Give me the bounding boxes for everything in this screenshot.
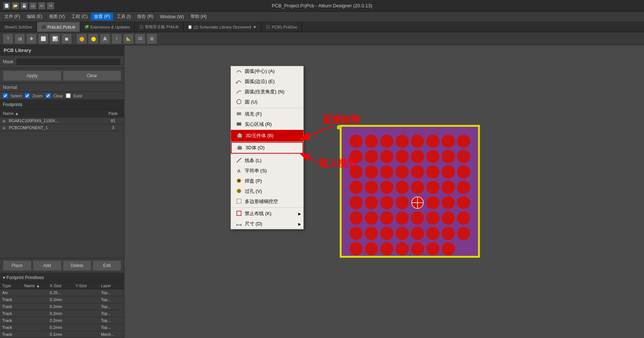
dd-solid[interactable]: 实心区域 (R) bbox=[231, 119, 303, 129]
dd-arc-edge[interactable]: 圆弧(边沿) (E) bbox=[231, 76, 303, 87]
tool-line[interactable]: / bbox=[112, 34, 122, 44]
menu-project[interactable]: 工程 (C) bbox=[68, 13, 90, 20]
svg-point-35 bbox=[457, 181, 470, 194]
open-icon[interactable]: 📂 bbox=[12, 2, 19, 10]
svg-rect-84 bbox=[237, 199, 241, 203]
svg-point-38 bbox=[380, 196, 393, 209]
menu-tools[interactable]: 工具 (I) bbox=[114, 13, 134, 20]
dd-arc-any[interactable]: 圆弧(任意角度) (N) bbox=[231, 87, 303, 97]
dd-3d-body[interactable]: 3D体 (O) bbox=[231, 142, 303, 154]
dd-keepout[interactable]: 禁止布线 (K) ▶ bbox=[231, 209, 303, 219]
menu-window[interactable]: Window (W) bbox=[157, 14, 187, 20]
prim-rows: Arc 0.25... Top... Track 0.2mm Top... Tr… bbox=[0, 289, 124, 338]
fp-row-pcbcomp[interactable]: ▣ PCBCOMPONENT_1 3 bbox=[0, 124, 124, 131]
fp-name-pcbcomp: PCBCOMPONENT_1 bbox=[7, 125, 102, 130]
prim-ysize-5 bbox=[73, 326, 99, 328]
redo-icon[interactable]: ↪ bbox=[47, 2, 54, 10]
tool-zoom-num[interactable]: 10 bbox=[135, 34, 145, 44]
dd-circle[interactable]: 圆 (U) bbox=[231, 97, 303, 107]
tab-pcblib[interactable]: ⬛ PcbLib1.PcbLib bbox=[37, 22, 80, 32]
tab-extensions[interactable]: 🧩 Extensions & Updates bbox=[80, 22, 135, 32]
tab-dropdown-icon[interactable]: ▼ bbox=[253, 25, 257, 29]
tab-smart-car[interactable]: ⬛ 智能车主板.PcbLib bbox=[135, 22, 183, 32]
tool-probe[interactable]: ⬤ bbox=[88, 34, 98, 44]
prim-row-1[interactable]: Track 0.2mm Top... bbox=[0, 296, 124, 303]
svg-point-5 bbox=[365, 135, 378, 148]
tab-schematic-label: Sheet1.SchDoc bbox=[4, 25, 32, 29]
pcb-canvas bbox=[337, 122, 483, 261]
dd-cutout[interactable]: 多边形铺铜挖空 bbox=[231, 196, 303, 207]
menu-file[interactable]: 文件 (F) bbox=[1, 13, 23, 20]
svg-point-33 bbox=[426, 181, 439, 194]
dd-text[interactable]: A 字符串 (S) bbox=[231, 166, 303, 176]
fp-table: Name ▲ Pads ▣ BGA81C100P9X9_1100X... 81 … bbox=[0, 110, 124, 258]
place-button[interactable]: Place bbox=[3, 260, 31, 271]
dd-pad-label: 焊盘 (P) bbox=[245, 178, 262, 184]
tool-text[interactable]: A bbox=[100, 34, 110, 44]
tool-route[interactable]: ⇉ bbox=[15, 34, 25, 44]
dd-pad[interactable]: 焊盘 (P) bbox=[231, 176, 303, 186]
menu-edit[interactable]: 编辑 (E) bbox=[24, 13, 45, 20]
zoom-checkbox[interactable] bbox=[25, 93, 30, 98]
menu-reports[interactable]: 报告 (R) bbox=[134, 13, 156, 20]
fp-row-bga[interactable]: ▣ BGA81C100P9X9_1100X... 81 bbox=[0, 117, 124, 124]
add-button[interactable]: Add bbox=[33, 260, 61, 271]
svg-point-32 bbox=[411, 181, 424, 194]
tool-measure[interactable]: 📐 bbox=[123, 34, 134, 44]
prim-row-2[interactable]: Track 0.2mm Top... bbox=[0, 303, 124, 310]
menu-view[interactable]: 视图 (V) bbox=[46, 13, 68, 20]
prim-row-5[interactable]: Track 0.2mm Top... bbox=[0, 324, 124, 331]
prim-layer-1: Top... bbox=[99, 296, 124, 303]
clear-button[interactable]: Clear bbox=[63, 71, 121, 81]
canvas-area[interactable]: 圆弧(中心) (A) 圆弧(边沿) (E) 圆弧(任意角度) (N) 圆 (U) bbox=[124, 45, 644, 338]
exist-checkbox[interactable] bbox=[66, 93, 71, 98]
menu-help[interactable]: 帮助 (H) bbox=[188, 13, 210, 20]
mask-input[interactable] bbox=[16, 58, 121, 66]
tab-ext-icon: 🧩 bbox=[85, 25, 89, 29]
dd-3d-comp[interactable]: 3D元件体 (B) bbox=[231, 130, 303, 142]
prim-row-0[interactable]: Arc 0.25... Top... bbox=[0, 289, 124, 296]
dd-dim-arrow: ▶ bbox=[298, 222, 301, 226]
dd-arc-center[interactable]: 圆弧(中心) (A) bbox=[231, 66, 303, 76]
dd-fill[interactable]: 填充 (F) bbox=[231, 109, 303, 119]
apply-button[interactable]: Apply bbox=[3, 71, 61, 81]
dd-via[interactable]: 过孔 (V) bbox=[231, 186, 303, 196]
tool-grid[interactable]: ⊞ bbox=[147, 34, 157, 44]
svg-point-81 bbox=[238, 180, 240, 182]
new-icon[interactable]: 📄 bbox=[3, 2, 10, 10]
tab-sch-lib[interactable]: 📋 (2) Schematic Library Document ▼ bbox=[183, 22, 262, 32]
svg-line-90 bbox=[300, 126, 333, 140]
undo-icon[interactable]: ↩ bbox=[38, 2, 45, 10]
normal-row: Normal bbox=[0, 83, 124, 92]
save-icon[interactable]: 💾 bbox=[20, 2, 28, 10]
tab-pcb1[interactable]: ⬛ PCB1.PcbDoc bbox=[261, 22, 302, 32]
dd-arc-center-label: 圆弧(中心) (A) bbox=[245, 68, 275, 75]
tool-select-rect[interactable]: ⬜ bbox=[38, 34, 48, 44]
prim-row-6[interactable]: Track 0.1mm Mech... bbox=[0, 331, 124, 338]
fp-table-header: Name ▲ Pads bbox=[0, 110, 124, 117]
prim-row-3[interactable]: Track 0.2mm Top... bbox=[0, 310, 124, 317]
tool-3d[interactable]: ◼ bbox=[61, 34, 72, 44]
prim-layer-3: Top... bbox=[99, 310, 124, 317]
fp-pads-bga: 81 bbox=[102, 119, 124, 123]
tool-filter[interactable]: ⊤ bbox=[3, 34, 13, 44]
dd-dim[interactable]: 尺寸 (D) ▶ bbox=[231, 219, 303, 229]
menu-place[interactable]: 放置 (P) bbox=[91, 13, 113, 20]
tab-schematic[interactable]: Sheet1.SchDoc bbox=[0, 22, 37, 32]
edit-button[interactable]: Edit bbox=[93, 260, 121, 271]
clear-checkbox[interactable] bbox=[46, 93, 50, 98]
dd-arc-edge-icon bbox=[235, 78, 243, 85]
dd-line[interactable]: 线条 (L) bbox=[231, 155, 303, 166]
tool-chart[interactable]: 📊 bbox=[50, 34, 60, 44]
main-layout: PCB Library Mask Apply Clear Normal Sele… bbox=[0, 45, 644, 338]
primitives-header[interactable]: ▾ Footprint Primitives bbox=[0, 273, 124, 282]
select-checkbox[interactable] bbox=[3, 93, 8, 98]
prim-col-layer-h: Layer bbox=[99, 282, 124, 289]
tool-via[interactable]: ⬤ bbox=[76, 34, 87, 44]
footprints-header: Footprints bbox=[0, 100, 124, 110]
save-all-icon[interactable]: 🗂 bbox=[29, 2, 37, 10]
tool-add[interactable]: ✚ bbox=[26, 34, 37, 44]
prim-row-4[interactable]: Track 0.2mm Top... bbox=[0, 317, 124, 324]
delete-button[interactable]: Delete bbox=[63, 260, 91, 271]
svg-point-24 bbox=[411, 165, 424, 179]
